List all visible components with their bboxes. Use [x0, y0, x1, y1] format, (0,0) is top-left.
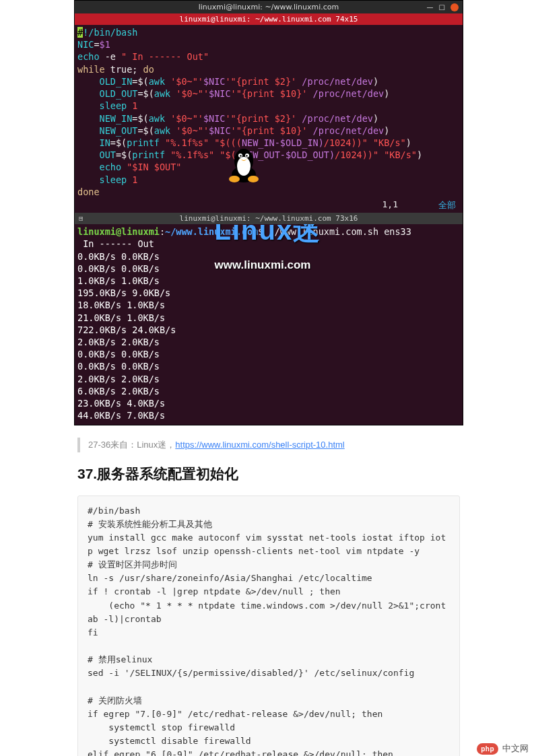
terminal-output-pane: linuxmi@linuxmi:~/www.linuxmi.com$ ./www…: [75, 224, 463, 425]
cursor-position: 1,1: [382, 199, 398, 211]
svg-point-7: [229, 176, 240, 182]
output-line: 1.0KB/s 1.0KB/s: [77, 275, 160, 286]
maximize-icon[interactable]: □: [439, 3, 445, 11]
output-line: 18.0KB/s 1.0KB/s: [77, 300, 165, 310]
prompt-user: linuxmi@linuxmi: [77, 226, 160, 237]
output-line: 23.0KB/s 4.0KB/s: [77, 398, 165, 409]
window-titlebar: linuxmi@linuxmi: ~/www.linuxmi.com — □: [75, 1, 463, 13]
output-line: 195.0KB/s 9.0KB/s: [77, 287, 170, 298]
vim-all-label: 全部: [438, 199, 456, 211]
watermark-text: 中文网: [502, 743, 529, 755]
output-line: 2.0KB/s 2.0KB/s: [77, 374, 160, 384]
prompt-path: ~/www.linuxmi.com: [165, 226, 258, 237]
terminal-window: linuxmi@linuxmi: ~/www.linuxmi.com — □ l…: [74, 0, 463, 425]
terminal-tab-bottom[interactable]: linuxmi@linuxmi: ~/www.linuxmi.com 73x16: [75, 213, 463, 224]
shebang-rest: !/bin/bash: [83, 27, 137, 38]
close-icon[interactable]: [450, 3, 459, 11]
svg-point-0: [232, 166, 256, 182]
output-line: 0.0KB/s 0.0KB/s: [77, 263, 160, 274]
shebang-hash: #: [77, 27, 83, 38]
prompt-command: $ ./www.linuxmi.com.sh ens33: [258, 226, 411, 237]
output-line: 2.0KB/s 2.0KB/s: [77, 337, 160, 347]
shell-code-block: #/bin/bash # 安装系统性能分析工具及其他 yum install g…: [77, 495, 460, 756]
window-controls: — □: [427, 3, 459, 11]
window-title: linuxmi@linuxmi: ~/www.linuxmi.com: [199, 3, 339, 11]
svg-point-8: [248, 176, 259, 182]
output-line: 722.0KB/s 24.0KB/s: [77, 324, 176, 335]
output-line: 0.0KB/s 0.0KB/s: [77, 361, 160, 372]
vim-editor-pane: #!/bin/bash NIC=$1 echo -e " In ------ O…: [75, 25, 463, 199]
done-kw: done: [77, 186, 100, 197]
page-watermark: php 中文网: [477, 743, 529, 755]
section-heading-37: 37.服务器系统配置初始化: [77, 465, 460, 483]
output-line: 21.0KB/s 1.0KB/s: [77, 312, 165, 323]
terminal-tab-top[interactable]: linuxmi@linuxmi: ~/www.linuxmi.com 74x15: [75, 13, 463, 25]
echo-cmd: echo: [77, 51, 100, 62]
output-line: 44.0KB/s 7.0KB/s: [77, 410, 165, 421]
vim-status-line: 1,1 全部: [75, 199, 463, 213]
output-line: 6.0KB/s 2.0KB/s: [77, 386, 160, 397]
minimize-icon[interactable]: —: [427, 3, 434, 11]
output-line: 0.0KB/s 0.0KB/s: [77, 349, 160, 359]
php-badge: php: [477, 743, 498, 755]
output-line: In ------ Out: [77, 238, 154, 249]
var-nic: NIC: [77, 39, 94, 50]
source-prefix: 27-36来自：Linux迷，: [88, 440, 175, 450]
output-line: 0.0KB/s 0.0KB/s: [77, 251, 160, 262]
source-link[interactable]: https://www.linuxmi.com/shell-script-10.…: [175, 440, 344, 450]
while-kw: while: [77, 64, 105, 75]
source-attribution: 27-36来自：Linux迷，https://www.linuxmi.com/s…: [77, 438, 460, 452]
